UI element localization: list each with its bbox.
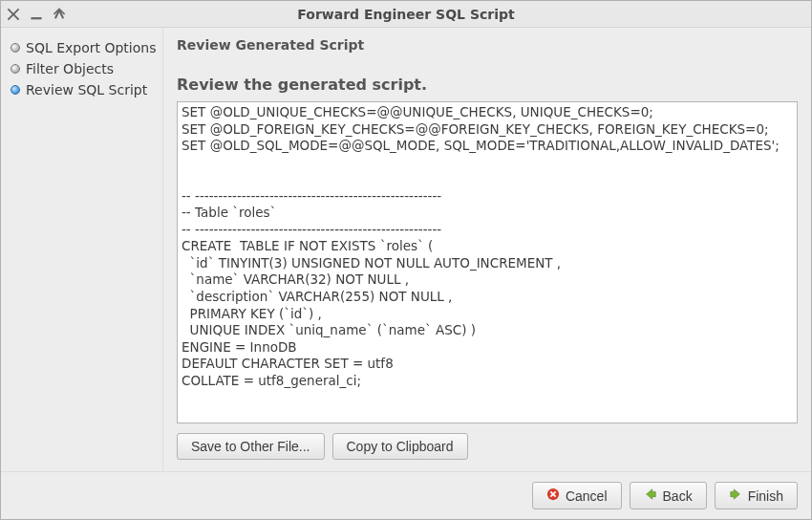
minimize-icon[interactable]	[30, 8, 43, 21]
step-bullet-icon	[11, 43, 20, 53]
copy-to-clipboard-button[interactable]: Copy to Clipboard	[332, 433, 468, 460]
svg-marker-8	[646, 489, 655, 500]
back-button[interactable]: Back	[630, 482, 707, 509]
svg-marker-9	[730, 489, 739, 500]
titlebar: Forward Engineer SQL Script	[1, 1, 811, 28]
sidebar-step-export-options[interactable]: SQL Export Options	[11, 37, 157, 58]
wizard-sidebar: SQL Export Options Filter Objects Review…	[1, 28, 163, 471]
button-label: Save to Other File...	[191, 439, 310, 454]
step-bullet-icon	[11, 64, 20, 74]
section-subheading: Review the generated script.	[177, 76, 798, 94]
dialog-footer: Cancel Back Finish	[1, 471, 811, 519]
sidebar-step-label: SQL Export Options	[26, 40, 156, 55]
sql-script-textarea[interactable]: SET @OLD_UNIQUE_CHECKS=@@UNIQUE_CHECKS, …	[177, 101, 798, 423]
script-actions: Save to Other File... Copy to Clipboard	[177, 423, 798, 467]
dialog-window: Forward Engineer SQL Script SQL Export O…	[0, 0, 812, 520]
main-area: SQL Export Options Filter Objects Review…	[1, 28, 811, 471]
finish-button[interactable]: Finish	[715, 482, 798, 509]
content-pane: Review Generated Script Review the gener…	[163, 28, 811, 471]
window-title: Forward Engineer SQL Script	[1, 7, 811, 22]
close-icon[interactable]	[7, 8, 20, 21]
step-bullet-active-icon	[11, 85, 20, 95]
sidebar-step-review-script[interactable]: Review SQL Script	[11, 79, 157, 100]
sidebar-step-filter-objects[interactable]: Filter Objects	[11, 58, 157, 79]
dialog-body: SQL Export Options Filter Objects Review…	[1, 28, 811, 519]
sidebar-step-label: Filter Objects	[26, 61, 114, 76]
sidebar-step-label: Review SQL Script	[26, 82, 147, 98]
button-label: Finish	[748, 488, 783, 504]
cancel-icon	[546, 488, 560, 504]
button-label: Copy to Clipboard	[347, 439, 454, 454]
button-label: Cancel	[566, 488, 608, 504]
cancel-button[interactable]: Cancel	[532, 482, 622, 509]
button-label: Back	[663, 488, 693, 504]
save-to-file-button[interactable]: Save to Other File...	[177, 433, 325, 460]
arrow-left-icon	[644, 488, 657, 504]
maximize-icon[interactable]	[53, 8, 66, 21]
window-controls	[7, 8, 66, 21]
arrow-right-icon	[729, 488, 742, 504]
section-heading: Review Generated Script	[177, 37, 798, 53]
